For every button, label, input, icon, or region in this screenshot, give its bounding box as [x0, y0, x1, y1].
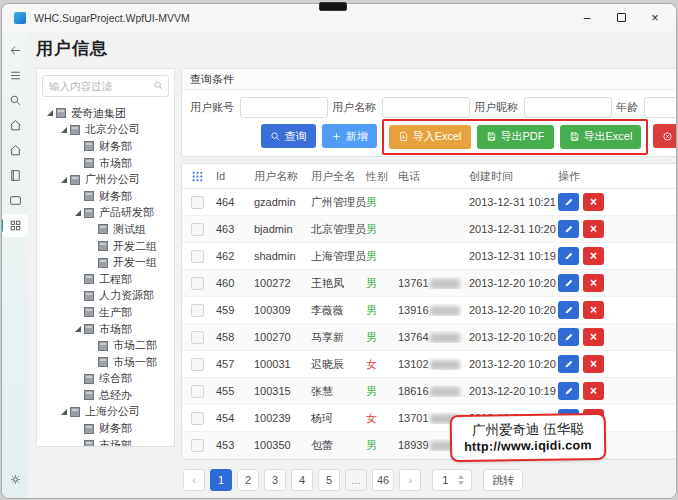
nickname-input[interactable] [524, 97, 612, 118]
page-button-46[interactable]: 46 [372, 469, 394, 491]
window-view-button[interactable] [2, 189, 28, 212]
delete-row-button[interactable]: × [583, 274, 604, 292]
minimize-button[interactable]: – [570, 6, 604, 29]
expand-arrow-icon[interactable] [61, 127, 67, 133]
delete-row-button[interactable]: × [583, 382, 604, 400]
tree-item[interactable]: 测试组 [42, 221, 169, 238]
tree-item[interactable]: 北京分公司 [42, 122, 169, 139]
home-button[interactable] [2, 114, 28, 137]
row-checkbox[interactable] [191, 358, 204, 371]
delete-row-button[interactable]: × [583, 220, 604, 238]
page-ellipsis-button[interactable]: ... [345, 469, 367, 491]
tree-item[interactable]: 财务部 [42, 138, 169, 155]
tree-item[interactable]: 上海分公司 [42, 404, 169, 421]
tree-item[interactable]: 爱奇迪集团 [42, 105, 169, 122]
header-phone[interactable]: 电话 [398, 169, 469, 184]
delete-row-button[interactable]: × [583, 328, 604, 346]
settings-button[interactable] [2, 468, 28, 491]
tree-item[interactable]: 财务部 [42, 420, 169, 437]
edit-row-button[interactable] [558, 301, 579, 319]
row-checkbox[interactable] [191, 250, 204, 263]
number-spinner[interactable] [458, 475, 464, 485]
home-secondary-button[interactable] [2, 139, 28, 162]
export-excel-button[interactable]: 导出Excel [560, 125, 642, 149]
jump-button[interactable]: 跳转 [483, 469, 523, 491]
username-input[interactable] [382, 97, 470, 118]
edit-row-button[interactable] [558, 274, 579, 292]
menu-button[interactable] [2, 64, 28, 87]
back-button[interactable] [2, 39, 28, 62]
tree-item[interactable]: 市场部 [42, 437, 169, 447]
spinner-down-icon[interactable] [458, 481, 464, 485]
edit-row-button[interactable] [558, 193, 579, 211]
row-checkbox[interactable] [191, 385, 204, 398]
page-button-4[interactable]: 4 [291, 469, 313, 491]
tree-item[interactable]: 市场部 [42, 321, 169, 338]
edit-row-button[interactable] [558, 355, 579, 373]
spinner-up-icon[interactable] [458, 475, 464, 479]
header-username[interactable]: 用户名称 [254, 169, 311, 184]
row-checkbox[interactable] [191, 223, 204, 236]
tree-item[interactable]: 开发二组 [42, 238, 169, 255]
table-row[interactable]: 457 100031 迟晓辰 女 13102 2013-12-20 10:20 … [182, 351, 677, 378]
header-created[interactable]: 创建时间 [469, 169, 558, 184]
search-button[interactable]: 查询 [261, 124, 316, 148]
row-checkbox[interactable] [191, 196, 204, 209]
delete-row-button[interactable]: × [583, 247, 604, 265]
export-pdf-button[interactable]: 导出PDF [477, 125, 554, 149]
tree-item[interactable]: 市场部 [42, 155, 169, 172]
header-id[interactable]: Id [216, 170, 254, 182]
age-from-input[interactable] [644, 97, 677, 118]
edit-row-button[interactable] [558, 220, 579, 238]
table-row[interactable]: 458 100270 马享新 男 13764 2013-12-20 10:20 … [182, 324, 677, 351]
tree-filter-input[interactable] [42, 75, 169, 97]
tree-item[interactable]: 产品研发部 [42, 205, 169, 222]
tree-item[interactable]: 生产部 [42, 304, 169, 321]
edit-row-button[interactable] [558, 328, 579, 346]
tree-item[interactable]: 广州分公司 [42, 171, 169, 188]
maximize-button[interactable] [604, 6, 638, 29]
modules-button-active[interactable] [2, 214, 28, 237]
expand-arrow-icon[interactable] [61, 177, 67, 183]
row-checkbox[interactable] [191, 439, 204, 452]
row-checkbox[interactable] [191, 277, 204, 290]
expand-arrow-icon[interactable] [61, 409, 67, 415]
close-button[interactable]: × [638, 6, 672, 29]
edit-row-button[interactable] [558, 382, 579, 400]
delete-row-button[interactable]: × [583, 301, 604, 319]
page-button-2[interactable]: 2 [237, 469, 259, 491]
tree-item[interactable]: 财务部 [42, 188, 169, 205]
notebook-button[interactable] [2, 164, 28, 187]
tree-item[interactable]: 总经办 [42, 387, 169, 404]
next-page-button[interactable]: › [399, 469, 421, 491]
row-checkbox[interactable] [191, 412, 204, 425]
tree-item[interactable]: 市场二部 [42, 337, 169, 354]
tree-item[interactable]: 综合部 [42, 371, 169, 388]
expand-arrow-icon[interactable] [75, 210, 81, 216]
tree-item[interactable]: 市场一部 [42, 354, 169, 371]
table-row[interactable]: 462 shadmin 上海管理员 男 2013-12-31 10:19 × [182, 243, 677, 270]
jump-page-input[interactable] [433, 474, 457, 486]
page-button-1[interactable]: 1 [210, 469, 232, 491]
add-button[interactable]: 新增 [322, 124, 377, 148]
table-row[interactable]: 455 100315 张慧 男 18616 2013-12-20 10:19 × [182, 378, 677, 405]
page-button-5[interactable]: 5 [318, 469, 340, 491]
search-button[interactable] [2, 89, 28, 112]
batch-delete-button[interactable]: 批量删除 [653, 124, 677, 148]
account-input[interactable] [240, 97, 328, 118]
row-checkbox[interactable] [191, 331, 204, 344]
tree-item[interactable]: 开发一组 [42, 254, 169, 271]
delete-row-button[interactable]: × [583, 355, 604, 373]
expand-arrow-icon[interactable] [75, 326, 81, 332]
table-row[interactable]: 460 100272 王艳凤 男 13761 2013-12-20 10:20 … [182, 270, 677, 297]
header-gender[interactable]: 性别 [366, 169, 398, 184]
table-row[interactable]: 464 gzadmin 广州管理员 男 2013-12-31 10:21 × [182, 189, 677, 216]
tree-item[interactable]: 人力资源部 [42, 288, 169, 305]
import-excel-button[interactable]: 导入Excel [389, 125, 471, 149]
drag-grid-icon[interactable] [182, 170, 216, 183]
header-fullname[interactable]: 用户全名 [311, 169, 366, 184]
delete-row-button[interactable]: × [583, 193, 604, 211]
row-checkbox[interactable] [191, 304, 204, 317]
prev-page-button[interactable]: ‹ [183, 469, 205, 491]
table-row[interactable]: 459 100309 李薇薇 男 13916 2013-12-20 10:20 … [182, 297, 677, 324]
